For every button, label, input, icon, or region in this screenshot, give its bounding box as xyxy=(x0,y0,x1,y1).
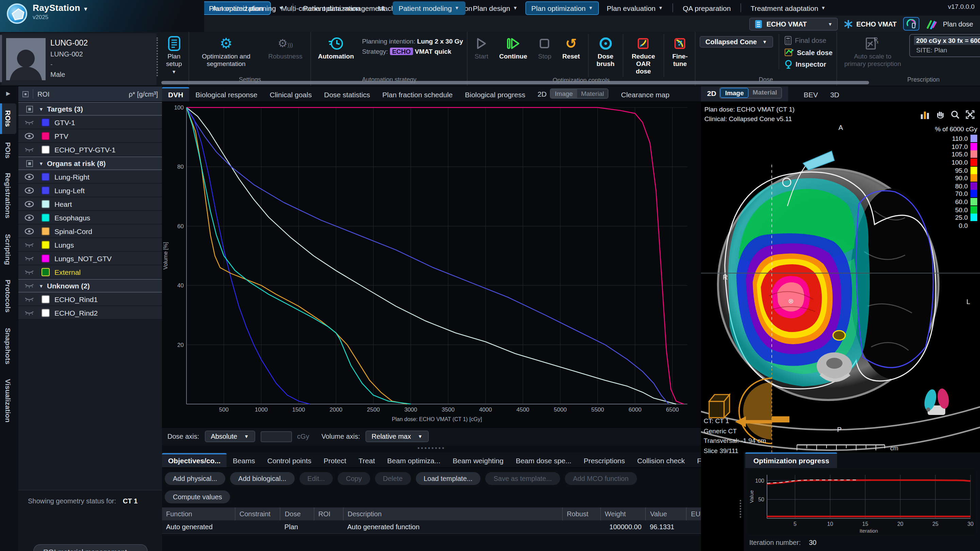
dvh-tab-biological-response[interactable]: Biological response xyxy=(189,88,263,102)
vertical-splitter[interactable] xyxy=(740,500,741,518)
eye-open-icon[interactable] xyxy=(21,227,37,234)
objectives-tab-prescriptions[interactable]: Prescriptions xyxy=(578,454,631,467)
menu-patient-modeling[interactable]: Patient modeling▼ xyxy=(392,1,465,14)
eye-open-icon[interactable] xyxy=(21,214,37,221)
objectives-tab-beam-dose-spe-[interactable]: Beam dose spe... xyxy=(510,454,578,467)
dose-axis-dropdown[interactable]: Absolute▼ xyxy=(205,430,255,442)
reset-button[interactable]: ↺ Reset xyxy=(559,34,582,62)
dose-engine-dropdown[interactable]: Collapsed Cone ▼ xyxy=(699,36,773,48)
edit--button[interactable]: Edit... xyxy=(299,472,333,485)
roi-group-targets-3-[interactable]: ▼Targets (3) xyxy=(18,102,162,116)
image-material-toggle[interactable]: Image Material xyxy=(720,87,782,98)
toggle-image[interactable]: Image xyxy=(721,88,749,98)
objectives-tab-beams[interactable]: Beams xyxy=(227,454,261,467)
roi-material-management-button[interactable]: ROI material management▼ xyxy=(33,544,147,551)
continue-button[interactable]: Continue xyxy=(496,34,530,62)
compute-values-button[interactable]: Compute values xyxy=(165,491,231,503)
final-dose-button[interactable]: Final dose xyxy=(785,35,833,46)
menu-automated-planning[interactable]: Automated planning▼ xyxy=(206,1,290,14)
raystation-logo-icon[interactable] xyxy=(7,3,27,24)
eye-open-icon[interactable] xyxy=(21,187,37,194)
dvh-tab-dvh[interactable]: DVH xyxy=(162,87,189,102)
sidebar-tab-scripting[interactable]: Scripting xyxy=(0,227,16,272)
roi-row-heart[interactable]: Heart xyxy=(18,197,162,211)
pan-hand-icon[interactable] xyxy=(936,110,945,119)
plan-select-dropdown[interactable]: ECHO VMAT ▼ xyxy=(749,17,838,30)
eye-closed-icon[interactable] xyxy=(21,283,37,288)
roi-row-echo-rind2[interactable]: ECHO_Rind2 xyxy=(18,306,162,320)
menu-plan-design[interactable]: Plan design▼ xyxy=(467,1,524,14)
zoom-icon[interactable] xyxy=(951,110,959,119)
eye-closed-icon[interactable] xyxy=(21,296,37,302)
robustness-button[interactable]: ⚙))) Robustness xyxy=(264,34,307,62)
eye-open-icon[interactable] xyxy=(21,173,37,180)
dose-value-input[interactable] xyxy=(260,431,292,442)
objectives-tab-control-points[interactable]: Control points xyxy=(261,454,318,467)
dvh-tab-2d[interactable]: 2DImageMaterial xyxy=(531,86,615,102)
eye-closed-icon[interactable] xyxy=(21,242,37,247)
eye-closed-icon[interactable] xyxy=(21,269,37,275)
eye-closed-icon[interactable] xyxy=(21,147,37,152)
objectives-tab-treat[interactable]: Treat xyxy=(353,454,381,467)
dvh-tab-plan-fraction-schedule[interactable]: Plan fraction schedule xyxy=(376,88,459,102)
roi-row-external[interactable]: External xyxy=(18,265,162,279)
menu-plan-optimization[interactable]: Plan optimization▼ xyxy=(525,1,599,14)
load-template--button[interactable]: Load template... xyxy=(415,472,480,485)
column-header-robust[interactable]: Robust xyxy=(563,508,601,520)
menu-patient-data-management[interactable]: Patient data management xyxy=(297,1,391,14)
eye-open-icon[interactable] xyxy=(21,200,37,207)
roi-row-lungs[interactable]: Lungs xyxy=(18,238,162,252)
dose-gauge-button[interactable] xyxy=(903,17,919,30)
toggle-material[interactable]: Material xyxy=(749,88,781,98)
ribbon-scrollbar[interactable] xyxy=(161,81,869,84)
roi-group-unknown-2-[interactable]: ▼Unknown (2) xyxy=(18,279,162,292)
add-mco-function-button[interactable]: Add MCO function xyxy=(565,472,637,485)
patient-card[interactable]: LUNG-002 LUNG-002 - Male xyxy=(2,33,156,85)
menu-qa-preparation[interactable]: QA preparation xyxy=(676,1,737,14)
dose-brush-button[interactable]: Dose brush xyxy=(594,34,617,69)
app-title[interactable]: RayStation▼ xyxy=(33,3,89,13)
roi-row-ptv[interactable]: PTV xyxy=(18,129,162,143)
dvh-tab-clinical-goals[interactable]: Clinical goals xyxy=(263,88,318,102)
ribbon-drag-handle[interactable] xyxy=(156,37,158,76)
stop-button[interactable]: Stop xyxy=(535,34,554,62)
column-header-description[interactable]: Description xyxy=(343,508,562,520)
delete-button[interactable]: Delete xyxy=(375,472,411,485)
group-checkbox[interactable] xyxy=(21,105,37,113)
sidebar-tab-snapshots[interactable]: Snapshots xyxy=(0,321,16,371)
table-row[interactable]: Auto generatedPlanAuto generated functio… xyxy=(162,520,738,534)
inspector-button[interactable]: Inspector xyxy=(785,59,833,69)
objectives-tab-beam-weighting[interactable]: Beam weighting xyxy=(447,454,509,467)
plan-setup-button[interactable]: Plan setup ▼ xyxy=(163,34,185,77)
dose-brush-toggle-icon[interactable] xyxy=(925,19,937,29)
roi-row-esophagus[interactable]: Esophagus xyxy=(18,211,162,224)
menu-treatment-adaptation[interactable]: Treatment adaptation▼ xyxy=(745,1,832,14)
roi-row-lung-right[interactable]: Lung-Right xyxy=(18,170,162,184)
roi-group-organs-at-risk-8-[interactable]: ▼Organs at risk (8) xyxy=(18,156,162,170)
prescription-box[interactable]: 200 cGy x 30 fx = 6000 cGy SITE: Plan xyxy=(910,34,980,57)
auto-scale-button[interactable]: Rx Auto scale to primary prescription xyxy=(842,34,904,69)
group-checkbox[interactable] xyxy=(21,159,37,167)
column-header-dose[interactable]: Dose xyxy=(280,508,314,520)
column-header-weight[interactable]: Weight xyxy=(600,508,646,520)
tab-bev[interactable]: BEV xyxy=(798,88,824,102)
eye-open-icon[interactable] xyxy=(21,132,37,139)
automation-button[interactable]: Automation xyxy=(315,34,357,62)
add-biological--button[interactable]: Add biological... xyxy=(230,472,294,485)
eye-closed-icon[interactable] xyxy=(21,256,37,261)
roi-row-lung-left[interactable]: Lung-Left xyxy=(18,184,162,197)
column-header-value[interactable]: Value xyxy=(646,508,686,520)
dvh-tab-dose-statistics[interactable]: Dose statistics xyxy=(318,88,376,102)
eye-closed-icon[interactable] xyxy=(21,119,37,125)
objectives-tab-objectives-co-[interactable]: Objectives/co... xyxy=(162,453,227,467)
dvh-tab-biological-progress[interactable]: Biological progress xyxy=(459,88,531,102)
volume-axis-dropdown[interactable]: Relative max▼ xyxy=(366,430,429,442)
toggle-image[interactable]: Image xyxy=(551,89,577,98)
add-physical--button[interactable]: Add physical... xyxy=(165,472,225,485)
reduce-oar-dose-button[interactable]: Reduce OAR dose xyxy=(628,34,659,77)
copy-button[interactable]: Copy xyxy=(337,472,370,485)
image-material-toggle-disabled[interactable]: ImageMaterial xyxy=(550,89,609,98)
collapse-arrow-icon[interactable]: ▶ xyxy=(0,86,18,103)
scrollbar-thumb[interactable] xyxy=(0,35,2,82)
objectives-tab-collision-check[interactable]: Collision check xyxy=(631,454,691,467)
